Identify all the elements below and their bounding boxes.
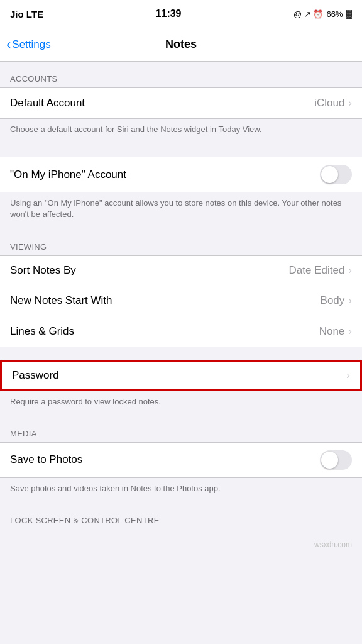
save-to-photos-row[interactable]: Save to Photos (0, 443, 362, 477)
password-chevron-icon: › (346, 369, 350, 382)
default-account-chevron-icon: › (348, 97, 352, 109)
sort-notes-by-row[interactable]: Sort Notes By Date Edited › (0, 256, 362, 286)
save-photos-toggle-knob (321, 452, 338, 469)
sort-notes-by-value: Date Edited (288, 264, 344, 277)
new-notes-start-label: New Notes Start With (10, 294, 321, 307)
sort-notes-chevron-icon: › (348, 264, 352, 277)
media-table: Save to Photos (0, 442, 362, 478)
save-to-photos-toggle[interactable] (320, 450, 352, 470)
accounts-section: ACCOUNTS Default Account iCloud › Choose… (0, 74, 362, 144)
media-section: MEDIA Save to Photos Save photos and vid… (0, 429, 362, 503)
lock-screen-section-header: LOCK SCREEN & CONTROL CENTRE (0, 516, 362, 525)
on-my-iphone-toggle[interactable] (320, 165, 352, 184)
settings-content: ACCOUNTS Default Account iCloud › Choose… (0, 62, 362, 552)
time-label: 11:39 (156, 8, 182, 19)
lines-and-grids-value: None (319, 325, 345, 338)
default-account-value: iCloud (314, 97, 344, 109)
new-notes-chevron-icon: › (348, 294, 352, 307)
status-icons: @ ↗ ⏰ 66% ▓ (293, 9, 352, 19)
on-my-iphone-label: "On My iPhone" Account (10, 169, 320, 181)
new-notes-start-value: Body (321, 294, 345, 307)
password-section: Password › Require a password to view lo… (0, 360, 362, 416)
watermark: wsxdn.com (0, 538, 362, 552)
back-button[interactable]: ‹ Settings (6, 38, 51, 52)
lines-and-grids-row[interactable]: Lines & Grids None › (0, 316, 362, 347)
password-label: Password (12, 369, 346, 382)
on-my-iphone-section: "On My iPhone" Account Using an "On My i… (0, 157, 362, 229)
nav-bar: ‹ Settings Notes (0, 28, 362, 62)
media-description: Save photos and videos taken in Notes to… (0, 478, 362, 503)
battery-label: 66% (326, 9, 343, 19)
on-my-iphone-row[interactable]: "On My iPhone" Account (0, 157, 362, 192)
status-bar: Jio LTE 11:39 @ ↗ ⏰ 66% ▓ (0, 0, 362, 28)
save-to-photos-label: Save to Photos (10, 453, 320, 466)
battery-icon: ▓ (346, 9, 352, 19)
default-account-label: Default Account (10, 97, 314, 109)
accounts-table: Default Account iCloud › (0, 87, 362, 119)
toggle-knob (321, 166, 338, 183)
viewing-section-header: VIEWING (0, 242, 362, 252)
on-my-iphone-table: "On My iPhone" Account (0, 157, 362, 192)
on-my-iphone-description: Using an "On My iPhone" account allows y… (0, 192, 362, 229)
back-chevron-icon: ‹ (6, 38, 11, 52)
viewing-table: Sort Notes By Date Edited › New Notes St… (0, 255, 362, 347)
accounts-description: Choose a default account for Siri and th… (0, 119, 362, 144)
lock-screen-section: LOCK SCREEN & CONTROL CENTRE (0, 516, 362, 525)
back-label: Settings (12, 38, 50, 51)
media-section-header: MEDIA (0, 429, 362, 438)
accounts-section-header: ACCOUNTS (0, 74, 362, 84)
viewing-section: VIEWING Sort Notes By Date Edited › New … (0, 242, 362, 347)
signal-icon: @ ↗ ⏰ (293, 9, 323, 19)
page-title: Notes (165, 38, 197, 51)
carrier-label: Jio LTE (10, 9, 43, 19)
password-row[interactable]: Password › (0, 360, 362, 391)
default-account-row[interactable]: Default Account iCloud › (0, 88, 362, 118)
lines-and-grids-label: Lines & Grids (10, 325, 319, 338)
lines-grids-chevron-icon: › (348, 325, 352, 338)
new-notes-start-row[interactable]: New Notes Start With Body › (0, 286, 362, 316)
password-description: Require a password to view locked notes. (0, 391, 362, 416)
sort-notes-by-label: Sort Notes By (10, 264, 288, 277)
